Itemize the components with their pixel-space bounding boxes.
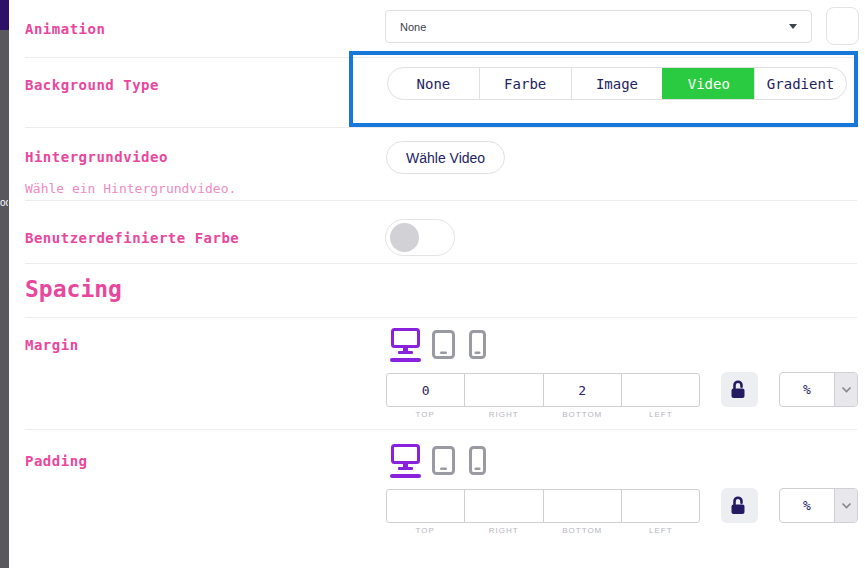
margin-inputs <box>386 373 700 407</box>
divider <box>25 127 857 128</box>
padding-label: Padding <box>25 453 88 469</box>
tablet-icon[interactable] <box>432 330 455 363</box>
background-type-option-farbe[interactable]: Farbe <box>479 68 571 99</box>
active-device-indicator <box>390 474 421 478</box>
padding-bottom-input[interactable] <box>544 490 621 522</box>
truncated-edge-control[interactable] <box>826 7 859 45</box>
padding-side-labels: TOP RIGHT BOTTOM LEFT <box>386 526 700 535</box>
background-type-label: Background Type <box>25 77 159 93</box>
dropdown-arrow-icon <box>789 24 797 29</box>
background-video-label: Hintergrundvideo <box>25 149 168 165</box>
custom-color-toggle[interactable] <box>385 219 455 256</box>
clipped-text-fragment: oc <box>0 197 8 211</box>
side-label-bottom: BOTTOM <box>543 526 622 535</box>
background-video-description: Wähle ein Hintergrundvideo. <box>25 181 236 196</box>
choose-video-button[interactable]: Wähle Video <box>386 141 505 174</box>
background-page-header-edge <box>0 0 9 30</box>
mobile-icon[interactable] <box>469 446 486 479</box>
spacing-section-title: Spacing <box>25 276 122 302</box>
tablet-icon[interactable] <box>432 446 455 479</box>
divider <box>25 200 857 201</box>
padding-unit-value: % <box>780 489 834 522</box>
side-label-right: RIGHT <box>465 410 544 419</box>
background-type-option-video[interactable]: Video <box>662 68 754 99</box>
padding-top-input[interactable] <box>387 490 464 522</box>
unlock-icon <box>730 380 749 399</box>
margin-side-labels: TOP RIGHT BOTTOM LEFT <box>386 410 700 419</box>
divider <box>25 429 857 430</box>
background-type-option-none[interactable]: None <box>388 68 479 99</box>
side-label-left: LEFT <box>622 410 701 419</box>
chevron-down-icon <box>834 489 857 522</box>
side-label-right: RIGHT <box>465 526 544 535</box>
side-label-top: TOP <box>386 410 465 419</box>
side-label-bottom: BOTTOM <box>543 410 622 419</box>
custom-color-label: Benutzerdefinierte Farbe <box>25 230 239 246</box>
padding-inputs <box>386 489 700 523</box>
divider <box>25 317 857 318</box>
padding-unit-select[interactable]: % <box>779 488 858 523</box>
padding-right-input[interactable] <box>465 490 542 522</box>
toggle-knob <box>390 223 419 252</box>
padding-left-input[interactable] <box>622 490 699 522</box>
padding-link-values-button[interactable] <box>721 488 758 523</box>
margin-top-input[interactable] <box>387 374 464 406</box>
background-type-option-image[interactable]: Image <box>571 68 663 99</box>
animation-select-value: None <box>400 21 426 33</box>
side-label-left: LEFT <box>622 526 701 535</box>
background-page-edge <box>0 0 9 568</box>
margin-right-input[interactable] <box>465 374 542 406</box>
animation-label: Animation <box>25 21 105 37</box>
side-label-top: TOP <box>386 526 465 535</box>
active-device-indicator <box>390 358 421 362</box>
animation-select[interactable]: None <box>385 10 812 43</box>
settings-panel: oc Animation None Background Type None F… <box>0 0 865 568</box>
unlock-icon <box>730 496 749 515</box>
margin-unit-value: % <box>780 373 834 406</box>
background-type-option-gradient[interactable]: Gradient <box>754 68 846 99</box>
divider <box>25 263 857 264</box>
margin-bottom-input[interactable] <box>544 374 621 406</box>
background-type-group: None Farbe Image Video Gradient <box>387 67 847 100</box>
margin-unit-select[interactable]: % <box>779 372 858 407</box>
margin-left-input[interactable] <box>622 374 699 406</box>
desktop-icon[interactable] <box>391 444 420 475</box>
desktop-icon[interactable] <box>391 328 420 359</box>
mobile-icon[interactable] <box>469 330 486 363</box>
margin-link-values-button[interactable] <box>721 372 758 407</box>
margin-label: Margin <box>25 337 79 353</box>
chevron-down-icon <box>834 373 857 406</box>
